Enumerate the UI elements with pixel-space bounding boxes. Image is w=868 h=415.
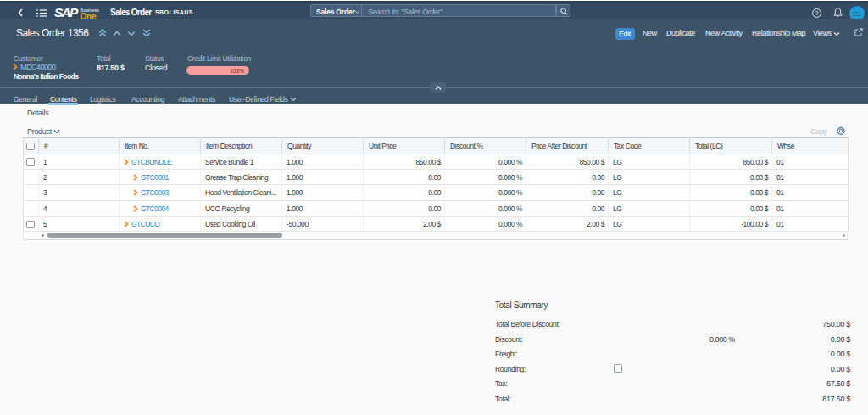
svg-text:?: ? (815, 10, 818, 16)
